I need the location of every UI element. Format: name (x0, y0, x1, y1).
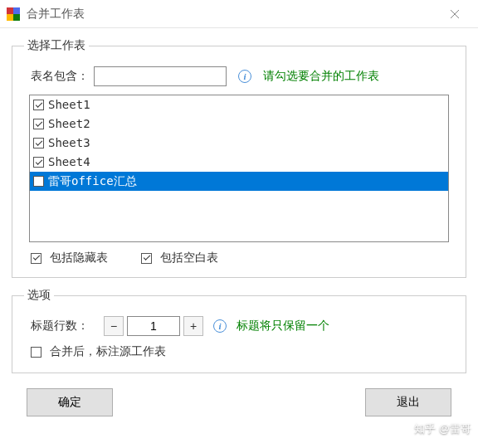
checkbox-icon[interactable] (33, 100, 44, 110)
app-icon (7, 7, 20, 21)
include-blank-label: 包括空白表 (160, 251, 218, 265)
title-rows-hint: 标题将只保留一个 (237, 319, 329, 334)
sheet-list[interactable]: Sheet1Sheet2Sheet3Sheet4雷哥office汇总 (29, 95, 449, 242)
dialog-buttons: 确定 退出 (0, 380, 478, 426)
group-options: 选项 标题行数： − + i 标题将只保留一个 合并后，标注源工作表 (12, 288, 466, 373)
annotate-source-checkbox[interactable]: 合并后，标注源工作表 (31, 344, 166, 359)
include-blank-checkbox[interactable]: 包括空白表 (141, 251, 218, 265)
title-rows-decrement[interactable]: − (104, 316, 124, 336)
list-item-label: 雷哥office汇总 (48, 173, 137, 190)
list-item-label: Sheet4 (48, 153, 90, 171)
include-hidden-checkbox[interactable]: 包括隐藏表 (31, 251, 108, 265)
title-rows-label: 标题行数： (31, 319, 89, 334)
close-button[interactable] (438, 2, 471, 27)
list-item[interactable]: Sheet1 (30, 95, 448, 114)
checkbox-icon (31, 253, 41, 264)
list-item[interactable]: Sheet4 (30, 153, 448, 172)
checkbox-icon[interactable] (33, 119, 44, 129)
group-select-worksheets: 选择工作表 表名包含： i 请勾选要合并的工作表 Sheet1Sheet2She… (12, 38, 466, 278)
ok-button[interactable]: 确定 (27, 388, 113, 416)
list-item[interactable]: 雷哥office汇总 (30, 172, 448, 191)
group-options-legend: 选项 (24, 288, 54, 303)
filter-label: 表名包含： (31, 69, 89, 84)
checkbox-icon (31, 347, 41, 358)
title-rows-input[interactable] (127, 316, 180, 336)
checkbox-icon[interactable] (33, 157, 44, 168)
list-item-label: Sheet1 (48, 96, 90, 114)
group-select-legend: 选择工作表 (24, 38, 89, 53)
list-item[interactable]: Sheet3 (30, 134, 448, 153)
list-item-label: Sheet3 (48, 134, 90, 152)
list-item[interactable]: Sheet2 (30, 114, 448, 134)
cancel-button[interactable]: 退出 (365, 388, 451, 416)
info-icon[interactable]: i (238, 70, 251, 83)
title-rows-increment[interactable]: + (183, 316, 203, 336)
svg-rect-1 (13, 7, 20, 14)
svg-rect-3 (13, 14, 20, 21)
checkbox-icon[interactable] (33, 138, 44, 149)
filter-input[interactable] (94, 66, 227, 86)
titlebar: 合并工作表 (0, 0, 478, 28)
checkbox-icon[interactable] (33, 176, 44, 187)
svg-rect-0 (7, 7, 13, 14)
svg-rect-2 (7, 14, 13, 21)
checkbox-icon (141, 253, 152, 264)
filter-hint: 请勾选要合并的工作表 (263, 69, 379, 84)
include-hidden-label: 包括隐藏表 (50, 251, 108, 265)
list-item-label: Sheet2 (48, 115, 90, 133)
info-icon[interactable]: i (213, 319, 227, 333)
annotate-source-label: 合并后，标注源工作表 (50, 344, 166, 359)
window-title: 合并工作表 (27, 7, 438, 22)
